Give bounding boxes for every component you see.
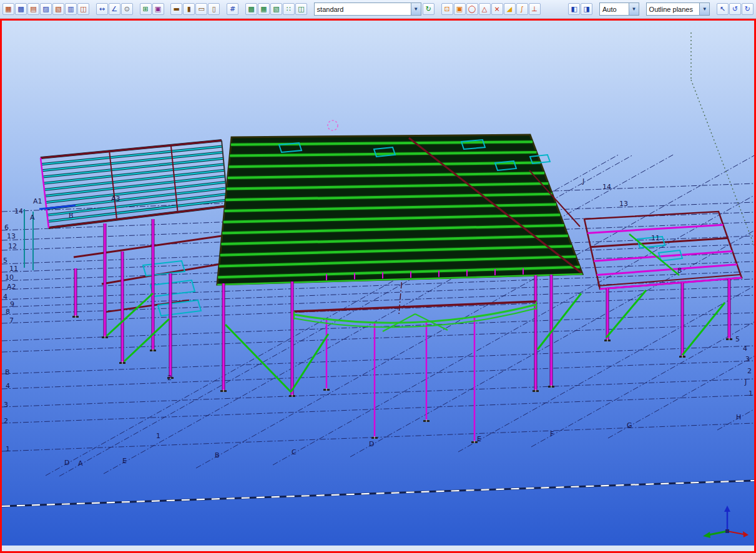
toolbar-separator [221,9,225,9]
snap-center-icon[interactable]: ◢ [504,3,516,15]
snap-depth-combo[interactable]: Auto ▼ [599,2,639,16]
grid-label: 2 [4,417,8,425]
toolbar-separator [308,9,313,9]
history-toolbar: ↖↺↻ [717,3,754,15]
main-toolbar: ▦▩▤▨▧▥◫ ↔∠⊙ ⊞▣ ▬▮▭▯ # ▩▦▧∷◫ standard ▼ ↻… [0,0,756,19]
combo-dropdown-arrow-icon[interactable]: ▼ [699,3,709,15]
divide-points-icon[interactable]: ▥ [65,3,77,15]
snap-toolbar: ⊡▣◯△×◢∫⊥ [441,3,541,15]
grid-label: 3 [745,355,750,363]
grid-label: 8 [6,308,10,316]
component-catalog-icon[interactable]: ▣ [152,3,164,15]
toolbar-separator [436,9,440,9]
create-twin-profile-icon[interactable]: ▯ [208,3,220,15]
points-at-intersection-icon[interactable]: ▨ [40,3,52,15]
set-workplane-icon[interactable]: ◨ [581,3,592,15]
toolbar-separator [641,9,645,9]
structural-model [24,135,742,443]
grid-label: 2 [747,367,752,375]
select-surfaces-icon[interactable]: ▧ [270,3,282,15]
filter-apply-toolbar: ↻ [423,3,434,15]
toolbar-separator [91,9,95,9]
measure-angle-icon[interactable]: ∠ [109,3,120,15]
grid-label: 1 [6,445,10,453]
select-points-icon[interactable]: ∷ [283,3,295,15]
rendering-mode-combo[interactable]: Outline planes ▼ [646,2,710,16]
grid-label: 13 [619,200,628,208]
create-grid-icon[interactable]: # [227,3,238,15]
toolbar-separator [711,9,715,9]
select-all-icon[interactable]: ▩ [245,3,257,15]
refresh-filter-icon[interactable]: ↻ [423,3,434,15]
detailing-toolbar: ⊞▣ [140,3,164,15]
redo-icon[interactable]: ↻ [742,3,754,15]
toolbar-separator [134,9,139,9]
model-viewport[interactable]: 146131251110A24987B4321A1A3AB21DAEBCDEFG… [0,19,756,553]
undo-icon[interactable]: ↺ [729,3,741,15]
grid-label: A1 [33,197,42,205]
selection-filter-combo[interactable]: standard ▼ [314,2,421,16]
grid-label: J [582,177,584,185]
snap-nearest-point-icon[interactable]: ◯ [466,3,478,15]
points-toolbar: ▦▩▤▨▧▥◫ [2,3,89,15]
snap-gravity-icon[interactable]: ∫ [516,3,528,15]
model-canvas[interactable]: 146131251110A24987B4321A1A3AB21DAEBCDEFG… [2,21,754,551]
point-array-icon[interactable]: ▩ [15,3,27,15]
create-plate-icon[interactable]: ▭ [195,3,207,15]
grid-label: 8 [677,267,682,275]
points-on-line-icon[interactable]: ▤ [27,3,39,15]
create-view-icon[interactable]: ◧ [568,3,580,15]
ucs-axes-icon [703,506,749,538]
grid-label: D [369,440,374,448]
application-window: { "toolbar": { "combo_arrow_glyph": "▼",… [0,0,756,553]
grid-label: 14 [14,207,23,215]
grid-label: 7 [9,316,14,325]
select-switches-toolbar: ▩▦▧∷◫ [245,3,307,15]
grid-label: J [744,378,747,386]
create-beam-icon[interactable]: ▬ [170,3,182,15]
grid-label: A3 [111,195,120,203]
toolbar-gap [542,9,567,9]
grid-label: A [30,213,35,222]
steel-toolbar: ▬▮▭▯ [170,3,220,15]
grid-label: 4 [3,293,7,301]
circle-points-icon[interactable]: ◫ [77,3,89,15]
grid-label: 3 [4,401,8,409]
toolbar-separator [240,9,244,9]
grid-label: 13 [7,232,16,240]
rendering-mode-value: Outline planes [647,6,700,13]
create-points-icon[interactable]: ▦ [2,3,14,15]
grid-label: 9 [10,300,14,308]
grid-label: B [215,451,220,459]
measure-toolbar: ↔∠⊙ [96,3,133,15]
grid-label: D [64,459,69,467]
snap-geometry-lines-icon[interactable]: ▣ [454,3,466,15]
grid-label: 1 [156,432,160,440]
measure-distance-icon[interactable]: ↔ [96,3,108,15]
toolbar-separator [594,9,598,9]
grid-label: 6 [4,223,9,232]
projected-points-icon[interactable]: ▧ [52,3,64,15]
grid-label: 14 [602,183,611,191]
grid-label: 10 [5,273,14,281]
grid-label: 5 [3,257,7,265]
combo-dropdown-arrow-icon[interactable]: ▼ [411,3,421,15]
snap-off-icon[interactable]: × [491,3,503,15]
combo-dropdown-arrow-icon[interactable]: ▼ [629,3,639,15]
snap-perpendicular-icon[interactable]: ⊥ [529,3,541,15]
auto-connection-icon[interactable]: ⊞ [140,3,152,15]
grid-label: 5 [735,335,740,343]
selection-filter-value: standard [315,6,411,13]
snap-reference-lines-icon[interactable]: ⊡ [441,3,453,15]
mouse-pointer-icon[interactable]: ↖ [717,3,729,15]
snap-any-position-icon[interactable]: △ [479,3,491,15]
grid-label: E [122,457,127,465]
select-parts-icon[interactable]: ▦ [258,3,270,15]
create-bolts-icon[interactable]: ⊙ [121,3,133,15]
grid-label: B [69,212,74,220]
grid-label: 4 [743,345,747,353]
select-components-icon[interactable]: ◫ [295,3,307,15]
create-column-icon[interactable]: ▮ [183,3,195,15]
grid-label: E [477,435,481,443]
grid-label: B [5,368,10,376]
